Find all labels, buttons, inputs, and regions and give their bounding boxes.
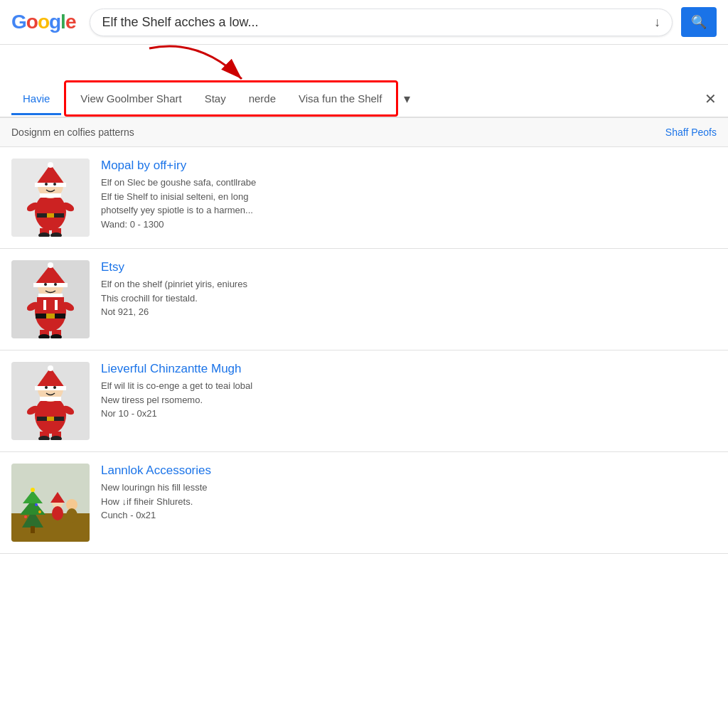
svg-rect-42: [35, 386, 66, 390]
tab-view-goolmber-shart[interactable]: View Goolmber Shart: [69, 84, 193, 113]
chevron-down-icon[interactable]: ▾: [398, 91, 416, 107]
list-item: Etsy Elf on the shelf (pinriet yiris, en…: [0, 249, 728, 350]
elf-image-4: [11, 464, 90, 542]
highlighted-tabs-group: View Goolmber Shart Stay nerde Visa fun …: [64, 80, 398, 117]
svg-rect-30: [43, 300, 46, 310]
results-list: Mopal by off+iry Elf on Slec be goushe s…: [0, 147, 728, 554]
section-link[interactable]: Shaff Peofs: [665, 127, 717, 138]
svg-point-39: [35, 397, 66, 434]
svg-point-7: [45, 183, 48, 186]
result-desc-line1-4: New louringn his fill lesste: [101, 482, 208, 493]
search-bar-icons: ↓: [654, 15, 660, 30]
result-meta-1: Wand: 0 - 1300: [101, 219, 717, 230]
result-desc-line1-3: Elf wil lit is co-enge a get to teai lob…: [101, 380, 252, 391]
list-item: Mopal by off+iry Elf on Slec be goushe s…: [0, 147, 728, 249]
result-meta-2: Not 921, 26: [101, 306, 717, 317]
result-desc-line1-2: Elf on the shelf (pinriet yiris, eniures: [101, 279, 247, 289]
red-arrow-svg: [142, 45, 256, 84]
result-content-4: Lannlok Accessories New louringn his fil…: [101, 464, 717, 520]
result-desc-line2-1: Elf tie Shelf to inisial selteni, en lon…: [101, 191, 248, 202]
arrow-annotation: [0, 45, 728, 80]
result-desc-2: Elf on the shelf (pinriet yiris, eniures…: [101, 277, 717, 305]
svg-point-67: [24, 515, 27, 518]
svg-rect-46: [40, 397, 61, 401]
result-desc-line3-1: photselfy yey spiotle is to a harmen...: [101, 205, 253, 215]
section-header: Dosignm en colfies patterns Shaff Peofs: [0, 118, 728, 147]
tab-stay[interactable]: Stay: [193, 84, 237, 113]
result-content-1: Mopal by off+iry Elf on Slec be goushe s…: [101, 159, 717, 230]
logo-l: l: [60, 11, 65, 33]
logo-o2: o: [38, 11, 49, 33]
result-title-1[interactable]: Mopal by off+iry: [101, 159, 717, 173]
svg-point-65: [66, 508, 77, 523]
svg-point-25: [54, 283, 57, 286]
elf-image-3: [11, 362, 90, 440]
result-desc-line1-1: Elf on Slec be goushe safa, contllrabe: [101, 177, 256, 188]
svg-point-69: [35, 503, 38, 506]
svg-rect-22: [33, 283, 68, 287]
search-input[interactable]: [102, 15, 654, 30]
result-title-3[interactable]: Lieverful Chinzantte Mugh: [101, 362, 717, 376]
svg-rect-60: [31, 526, 35, 533]
logo-g2: g: [49, 11, 60, 33]
result-meta-3: Nor 10 - 0x21: [101, 408, 717, 419]
elf-image-2: [11, 260, 90, 338]
result-desc-3: Elf wil lit is co-enge a get to teai lob…: [101, 379, 717, 407]
list-item: Lannlok Accessories New louringn his fil…: [0, 452, 728, 554]
svg-rect-5: [35, 183, 66, 187]
svg-rect-9: [40, 193, 61, 198]
search-button[interactable]: 🔍: [681, 7, 717, 37]
svg-rect-29: [37, 297, 64, 313]
result-meta-4: Cunch - 0x21: [101, 510, 717, 520]
nav-tabs: Havie View Goolmber Shart Stay nerde Vis…: [0, 80, 728, 118]
voice-icon[interactable]: ↓: [654, 15, 660, 30]
list-item: Lieverful Chinzantte Mugh Elf wil lit is…: [0, 350, 728, 452]
tab-home[interactable]: Havie: [11, 84, 61, 115]
svg-point-6: [48, 162, 53, 168]
result-desc-line2-4: How ↓if fiheir Shlurets.: [101, 496, 193, 507]
result-image-4: [11, 464, 90, 542]
svg-point-45: [53, 386, 56, 389]
logo-e: e: [65, 11, 76, 33]
svg-rect-28: [46, 314, 55, 318]
result-title-4[interactable]: Lannlok Accessories: [101, 464, 717, 478]
logo-g: G: [11, 11, 26, 33]
result-title-2[interactable]: Etsy: [101, 260, 717, 274]
result-desc-4: New louringn his fill lesste How ↓if fih…: [101, 481, 717, 508]
svg-point-24: [44, 283, 47, 286]
google-logo: Google: [11, 11, 75, 33]
result-desc-line2-3: New tiress pel rsomemo.: [101, 395, 203, 405]
close-icon[interactable]: ✕: [705, 90, 717, 107]
search-icon: 🔍: [691, 14, 707, 30]
svg-rect-11: [47, 213, 54, 218]
svg-rect-31: [55, 300, 58, 310]
header: Google ↓ 🔍: [0, 0, 728, 45]
search-bar: ↓: [90, 9, 673, 36]
result-image-1: [11, 159, 90, 237]
svg-point-68: [38, 510, 41, 513]
section-title: Dosignm en colfies patterns: [11, 127, 134, 138]
result-content-3: Lieverful Chinzantte Mugh Elf wil lit is…: [101, 362, 717, 419]
result-image-3: [11, 362, 90, 440]
result-desc-1: Elf on Slec be goushe safa, contllrabe E…: [101, 176, 717, 218]
result-desc-line2-2: This crochill for tiestald.: [101, 293, 198, 304]
result-image-2: [11, 260, 90, 338]
svg-point-23: [48, 262, 53, 268]
elf-image-1: [11, 159, 90, 237]
tab-nerde[interactable]: nerde: [237, 84, 287, 113]
tab-visa-fun-shelf[interactable]: Visa fun the Shelf: [287, 84, 393, 113]
svg-point-62: [52, 506, 63, 520]
svg-point-44: [45, 386, 48, 389]
svg-point-2: [35, 193, 66, 230]
svg-point-8: [53, 183, 56, 186]
result-content-2: Etsy Elf on the shelf (pinriet yiris, en…: [101, 260, 717, 317]
svg-rect-48: [47, 417, 54, 421]
svg-point-66: [31, 488, 35, 492]
svg-point-43: [48, 365, 53, 371]
logo-o1: o: [26, 11, 38, 33]
